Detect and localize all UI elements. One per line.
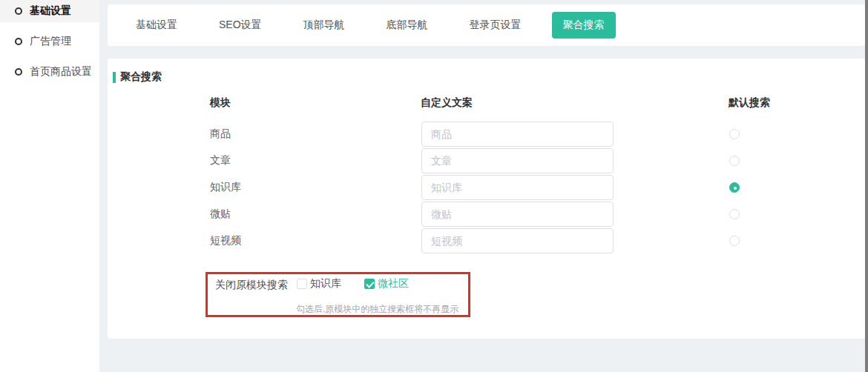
module-label: 微贴 <box>210 207 421 221</box>
sidebar-item[interactable]: 广告管理 <box>0 30 99 53</box>
aggregate-search-panel: 聚合搜索 模块 自定义文案 默认搜索 商品文章知识库微贴短视频 关闭原模块搜索 … <box>108 59 865 339</box>
module-label: 短视频 <box>210 234 421 248</box>
column-header-custom-text: 自定义文案 <box>421 96 473 110</box>
close-module-search-label: 关闭原模块搜索 <box>215 279 288 292</box>
sidebar-item[interactable]: 首页商品设置 <box>0 61 99 83</box>
module-row: 短视频 <box>210 227 865 254</box>
sidebar-item-label: 基础设置 <box>30 4 71 18</box>
settings-tab-bar: 基础设置SEO设置顶部导航底部导航登录页设置聚合搜索 <box>108 4 865 46</box>
section-title: 聚合搜索 <box>113 70 162 84</box>
column-header-default-search: 默认搜索 <box>729 96 770 110</box>
default-search-radio[interactable] <box>729 129 740 139</box>
unchecked-checkbox-icon[interactable] <box>297 279 307 289</box>
module-label: 知识库 <box>210 181 421 194</box>
module-rows: 商品文章知识库微贴短视频 <box>210 121 865 254</box>
table-header-row: 模块 自定义文案 默认搜索 <box>210 96 865 111</box>
sidebar-item-label: 首页商品设置 <box>30 65 92 79</box>
close-search-checkbox-item[interactable]: 微社区 <box>364 277 409 290</box>
module-row: 知识库 <box>210 174 865 201</box>
column-header-module: 模块 <box>210 96 231 110</box>
tab-item[interactable]: 登录页设置 <box>458 12 533 39</box>
checkbox-label: 微社区 <box>378 277 409 290</box>
section-title-text: 聚合搜索 <box>120 70 162 84</box>
sidebar-menu: 基础设置广告管理首页商品设置 <box>0 0 99 83</box>
default-search-radio[interactable] <box>729 209 740 219</box>
close-module-search-hint: 勾选后,原模块中的独立搜索框将不再显示 <box>296 303 458 316</box>
module-row: 商品 <box>210 121 865 147</box>
vertical-scrollbar[interactable] <box>865 0 868 372</box>
tab-item[interactable]: 底部导航 <box>375 12 439 39</box>
checked-checkbox-icon[interactable] <box>364 279 375 289</box>
circle-bullet-icon <box>15 38 22 45</box>
custom-text-input[interactable] <box>421 122 614 147</box>
circle-bullet-icon <box>15 7 22 15</box>
custom-text-input[interactable] <box>421 228 614 253</box>
custom-text-input[interactable] <box>421 148 614 173</box>
module-row: 微贴 <box>210 201 865 227</box>
default-search-radio[interactable] <box>729 236 740 246</box>
tab-item[interactable]: 顶部导航 <box>292 12 356 39</box>
close-search-checkbox-item[interactable]: 知识库 <box>297 277 341 290</box>
tab-active[interactable]: 聚合搜索 <box>552 12 616 39</box>
circle-bullet-icon <box>15 68 22 76</box>
default-search-radio[interactable] <box>729 182 740 193</box>
module-label: 文章 <box>210 154 421 167</box>
close-module-search-options: 知识库微社区 <box>297 277 432 290</box>
sidebar-item-label: 广告管理 <box>30 35 71 48</box>
tab-item[interactable]: SEO设置 <box>208 12 273 39</box>
sidebar-item[interactable]: 基础设置 <box>0 0 99 22</box>
checkbox-label: 知识库 <box>310 277 341 290</box>
module-label: 商品 <box>210 127 421 141</box>
default-search-radio[interactable] <box>729 156 740 166</box>
custom-text-input[interactable] <box>421 175 614 200</box>
section-title-bar-icon <box>113 72 116 83</box>
tab-item[interactable]: 基础设置 <box>125 12 188 39</box>
sidebar: 基础设置广告管理首页商品设置 <box>0 0 99 372</box>
custom-text-input[interactable] <box>421 202 614 227</box>
module-row: 文章 <box>210 147 865 174</box>
